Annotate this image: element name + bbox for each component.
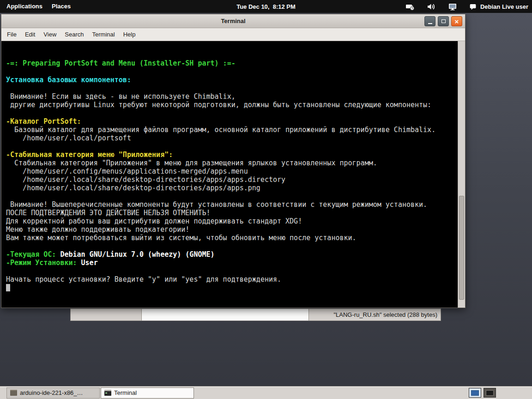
- terminal-line: -Режим Установки: User: [6, 259, 458, 267]
- archive-icon: [10, 390, 17, 396]
- statusbar-middle-pane: [142, 309, 309, 320]
- terminal-line: -=: Preparing PortSoft and Menu (Install…: [6, 59, 458, 67]
- minimize-icon: [428, 23, 432, 24]
- menubar-item-search[interactable]: Search: [60, 28, 88, 41]
- volume-icon[interactable]: [427, 3, 436, 11]
- statusbar-left-pane: [71, 309, 142, 320]
- top-panel: Applications Places Tue Dec 10, 8:12 PM: [0, 0, 532, 13]
- maximize-icon: [441, 19, 446, 23]
- terminal-line: другие дистрибутивы Linux требуют некото…: [6, 101, 458, 109]
- scrollbar-thumb[interactable]: [459, 196, 464, 300]
- minimize-button[interactable]: [424, 16, 435, 26]
- applications-menu[interactable]: Applications: [2, 0, 47, 13]
- terminal-output: -=: Preparing PortSoft and Menu (Install…: [6, 59, 458, 292]
- maximize-button[interactable]: [438, 16, 449, 26]
- terminal-line: [6, 242, 458, 250]
- terminal-scrollbar[interactable]: [458, 41, 465, 308]
- user-menu[interactable]: Debian Live user: [469, 3, 528, 11]
- workspace-screen-icon: [471, 390, 479, 396]
- terminal-line: [6, 192, 458, 200]
- display-icon[interactable]: [448, 3, 457, 11]
- workspace-2[interactable]: [484, 388, 496, 398]
- menubar-item-file[interactable]: File: [3, 28, 21, 41]
- terminal-line: /home/user/.local/portsoft: [6, 134, 458, 142]
- terminal-icon: [104, 390, 111, 396]
- battery-clock-icon[interactable]: [405, 3, 415, 11]
- terminal-line: ПОСЛЕ ПОДТВЕРЖДЕНИЯ ЭТО ДЕЙСТВИЕ НЕЛЬЗЯ …: [6, 209, 458, 217]
- workspace-switcher: [469, 388, 496, 398]
- menubar: FileEditViewSearchTerminalHelp: [1, 28, 465, 41]
- terminal-line: Внимание! Вышеперечисленные компоненты б…: [6, 200, 458, 209]
- terminal-line: Стабильная категория "Приложения" в меню…: [6, 159, 458, 167]
- menubar-item-edit[interactable]: Edit: [21, 28, 39, 41]
- terminal-line: [6, 267, 458, 275]
- taskbar-item-label: Terminal: [114, 389, 137, 396]
- terminal-line: Меню также должно поддерживать подкатего…: [6, 225, 458, 234]
- terminal-line: Установка базовых компонентов:: [6, 76, 458, 84]
- terminal-line: Для корректной работы ваш дистрибутив до…: [6, 217, 458, 225]
- clock[interactable]: Tue Dec 10, 8:12 PM: [236, 3, 296, 10]
- terminal-line: Вам также может потребоваться выйти из с…: [6, 234, 458, 242]
- terminal-line: /home/user/.local/share/desktop-director…: [6, 175, 458, 184]
- terminal-line: [6, 84, 458, 92]
- taskbar-item-1[interactable]: arduino-ide-221-x86_…: [6, 387, 100, 399]
- terminal-screen[interactable]: -=: Preparing PortSoft and Menu (Install…: [1, 41, 458, 308]
- terminal-line: /home/user/.local/share/desktop-director…: [6, 184, 458, 192]
- bottom-taskbar: arduino-ide-221-x86_…Terminal: [0, 386, 532, 399]
- terminal-line: -Стабильная категория меню "Приложения":: [6, 151, 458, 159]
- user-menu-label: Debian Live user: [480, 3, 528, 10]
- terminal-window: Terminal × FileEditViewSearchTerminalHel…: [1, 14, 466, 308]
- menubar-item-help[interactable]: Help: [119, 28, 140, 41]
- terminal-line: -Текущая ОС: Debian GNU/Linux 7.0 (wheez…: [6, 250, 458, 259]
- terminal-line: [6, 142, 458, 151]
- user-status-icon: [469, 3, 477, 11]
- window-titlebar[interactable]: Terminal ×: [1, 14, 465, 28]
- workspace-screen-icon: [486, 390, 494, 396]
- menubar-item-view[interactable]: View: [39, 28, 60, 41]
- menubar-item-terminal[interactable]: Terminal: [88, 28, 119, 41]
- terminal-line: [6, 284, 458, 292]
- close-icon: ×: [455, 18, 459, 25]
- taskbar-item-2[interactable]: Terminal: [101, 387, 194, 399]
- terminal-line: [6, 109, 458, 117]
- terminal-line: -Каталог PortSoft:: [6, 117, 458, 126]
- terminal-cursor: [6, 284, 10, 291]
- terminal-line: Начать процесс установки? Введите "y" ил…: [6, 275, 458, 284]
- terminal-line: Базовый каталог для размещения файлов пр…: [6, 126, 458, 134]
- file-manager-statusbar: "LANG-ru_RU.sh" selected (288 bytes): [70, 308, 441, 321]
- workspace-1[interactable]: [469, 388, 481, 398]
- places-menu[interactable]: Places: [47, 0, 75, 13]
- window-title: Terminal: [221, 18, 245, 24]
- taskbar-item-label: arduino-ide-221-x86_…: [20, 389, 83, 396]
- terminal-line: Внимание! Если вы здесь - вы не использу…: [6, 92, 458, 101]
- close-button[interactable]: ×: [451, 16, 462, 26]
- statusbar-selection-text: "LANG-ru_RU.sh" selected (288 bytes): [309, 309, 441, 320]
- taskbar-items: arduino-ide-221-x86_…Terminal: [6, 387, 194, 399]
- terminal-line: [6, 67, 458, 76]
- terminal-line: /home/user/.config/menus/applications-me…: [6, 167, 458, 175]
